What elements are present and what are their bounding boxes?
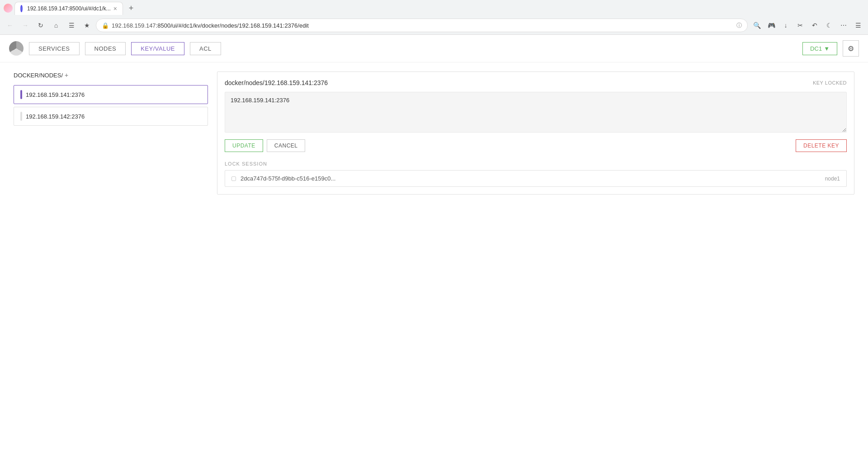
session-id: 2dca747d-575f-d9bb-c516-e159c0...: [241, 175, 821, 182]
gear-icon: ⚙: [848, 44, 854, 53]
consul-logo: [9, 41, 24, 56]
node-item[interactable]: 192.168.159.141:2376: [14, 85, 208, 104]
node-item[interactable]: 192.168.159.142:2376: [14, 107, 208, 126]
session-node: node1: [825, 176, 840, 182]
session-item: 2dca747d-575f-d9bb-c516-e159c0... node1: [225, 170, 847, 187]
node-ip: 192.168.159.142:2376: [26, 113, 85, 120]
breadcrumb-path: DOCKER/NODES/: [14, 72, 63, 79]
bookmarks-button[interactable]: ☰: [65, 19, 78, 32]
cancel-button[interactable]: CANCEL: [267, 139, 306, 152]
main-content: DOCKER/NODES/ + 192.168.159.141:2376 192…: [0, 62, 868, 204]
url-info-icon: ⓘ: [736, 22, 742, 29]
game-icon-button[interactable]: 🎮: [765, 19, 778, 32]
acl-nav-button[interactable]: ACL: [190, 42, 221, 55]
address-security-icon: 🔒: [102, 22, 109, 29]
more-button[interactable]: ⋯: [837, 19, 850, 32]
nodes-nav-button[interactable]: NODES: [85, 42, 126, 55]
toolbar-icons: 🔍 🎮 ↓ ✂ ↶ ☾ ⋯ ☰: [750, 19, 864, 32]
new-tab-button[interactable]: +: [125, 2, 137, 14]
app-content: SERVICES NODES KEY/VALUE ACL DC1 ▼ ⚙ DOC…: [0, 35, 868, 466]
tab-title: 192.168.159.147:8500/ui/#/dc1/k...: [27, 5, 111, 12]
forward-button[interactable]: →: [19, 19, 32, 32]
services-nav-button[interactable]: SERVICES: [29, 42, 80, 55]
url-display: 192.168.159.147:8500/ui/#/dc1/kv/docker/…: [112, 22, 734, 29]
back-button[interactable]: ←: [4, 19, 16, 32]
right-panel: docker/nodes/192.168.159.141:2376 KEY LO…: [217, 71, 854, 195]
home-button[interactable]: ⌂: [50, 19, 62, 32]
keyvalue-nav-button[interactable]: KEY/VALUE: [131, 42, 184, 55]
kv-path: docker/nodes/192.168.159.141:2376: [225, 79, 328, 86]
dc-label: DC1: [810, 45, 822, 52]
darkmode-button[interactable]: ☾: [823, 19, 835, 32]
undo-button[interactable]: ↶: [808, 19, 821, 32]
kv-actions: UPDATE CANCEL DELETE KEY: [225, 139, 847, 152]
tab-bar: 192.168.159.147:8500/ui/#/dc1/k... × +: [0, 0, 868, 16]
dc-selector-button[interactable]: DC1 ▼: [802, 42, 837, 55]
active-tab[interactable]: 192.168.159.147:8500/ui/#/dc1/k... ×: [14, 2, 123, 15]
node-active-indicator: [20, 90, 22, 99]
chevron-down-icon: ▼: [824, 45, 830, 52]
extensions-button[interactable]: 🔍: [750, 19, 763, 32]
left-panel: DOCKER/NODES/ + 192.168.159.141:2376 192…: [14, 71, 208, 195]
browser-chrome: 192.168.159.147:8500/ui/#/dc1/k... × + ←…: [0, 0, 868, 35]
nav-bar: SERVICES NODES KEY/VALUE ACL DC1 ▼ ⚙: [0, 35, 868, 62]
settings-button[interactable]: ⚙: [843, 40, 859, 57]
star-button[interactable]: ★: [80, 19, 93, 32]
add-key-button[interactable]: +: [65, 71, 68, 79]
lock-session-label: LOCK SESSION: [225, 161, 847, 166]
update-button[interactable]: UPDATE: [225, 139, 263, 152]
kv-header: docker/nodes/192.168.159.141:2376 KEY LO…: [225, 79, 847, 86]
address-bar[interactable]: 🔒 192.168.159.147:8500/ui/#/dc1/kv/docke…: [96, 19, 748, 32]
node-ip: 192.168.159.141:2376: [26, 91, 85, 98]
node-list: 192.168.159.141:2376 192.168.159.142:237…: [14, 85, 208, 126]
address-bar-row: ← → ↻ ⌂ ☰ ★ 🔒 192.168.159.147:8500/ui/#/…: [0, 16, 868, 34]
user-avatar: [4, 4, 13, 13]
tab-close-button[interactable]: ×: [113, 5, 117, 12]
breadcrumb: DOCKER/NODES/ +: [14, 71, 208, 79]
scissors-button[interactable]: ✂: [794, 19, 807, 32]
kv-value-textarea[interactable]: 192.168.159.141:2376: [225, 92, 847, 133]
reload-button[interactable]: ↻: [34, 19, 47, 32]
key-locked-badge: KEY LOCKED: [813, 80, 847, 86]
delete-key-button[interactable]: DELETE KEY: [796, 139, 847, 152]
download-button[interactable]: ↓: [779, 19, 792, 32]
tab-favicon: [20, 5, 23, 12]
session-checkbox-icon: [231, 176, 236, 181]
node-inactive-indicator: [20, 112, 22, 121]
menu-button[interactable]: ☰: [852, 19, 864, 32]
lock-session-section: LOCK SESSION 2dca747d-575f-d9bb-c516-e15…: [225, 161, 847, 187]
